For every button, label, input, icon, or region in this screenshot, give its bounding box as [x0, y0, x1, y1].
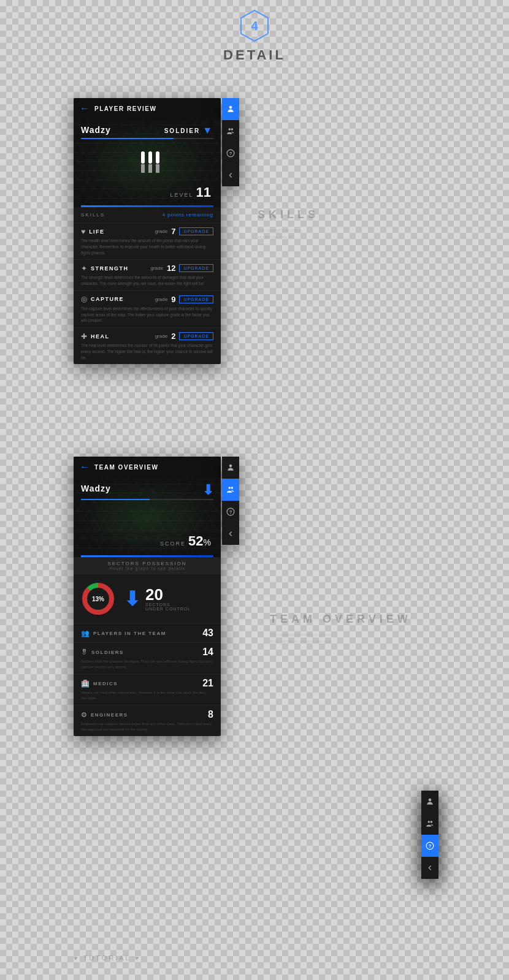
nav-team-top[interactable] [222, 120, 239, 142]
nav-help-top[interactable]: ? [222, 142, 239, 164]
strength-upgrade-button[interactable]: upgrade [179, 264, 213, 272]
tutorial-label: ♥ TUTORIAL ♥ [74, 954, 140, 962]
strength-label: STRENGTH [91, 265, 129, 272]
ammo-icon [135, 148, 159, 179]
nav-back-bottom[interactable] [222, 523, 239, 545]
level-number: 11 [196, 184, 211, 200]
bg-skills-text: unit damage sect low w ser ent jan abor … [258, 227, 380, 248]
engineers-value: 8 [208, 709, 213, 720]
skill-capture: ◎ CAPTURE grade 9 upgrade The capture le… [74, 291, 221, 327]
question-icon-3: ? [426, 841, 434, 850]
group-icon-3 [426, 819, 434, 828]
capture-label: CAPTURE [91, 296, 124, 302]
team-v-logo: ⬇ [202, 484, 213, 497]
nav-team-bottom[interactable] [222, 479, 239, 501]
heal-grade-label: grade [155, 333, 167, 339]
hover-hint: Hover the graph to see details [81, 566, 213, 571]
possession-area: 13% ⬇ 20 SECTORSUNDER CONTROL [74, 574, 221, 623]
svg-text:4: 4 [251, 19, 258, 32]
nav-player-top[interactable] [222, 98, 239, 120]
svg-point-9 [229, 128, 231, 131]
score-suffix: % [204, 537, 211, 547]
sectors-header: SECTORS POSSESSION Hover the graph to se… [74, 557, 221, 574]
score-label: Score [160, 541, 186, 547]
team-card-header: ← TEAM OVERVIEW [74, 457, 221, 477]
sectors-sublabel: SECTORSUNDER CONTROL [145, 602, 191, 611]
svg-point-21 [429, 799, 432, 802]
medics-value: 21 [202, 678, 213, 689]
player-level-row: Level 11 [81, 184, 213, 205]
player-card: ← PLAYER REVIEW Wadzy SOLDIER ▼ [74, 98, 221, 364]
heal-upgrade-button[interactable]: upgrade [179, 332, 213, 340]
skills-header: SKILLS 4 points remaining [74, 207, 221, 222]
team-hero-spacer [81, 500, 213, 531]
question-icon: ? [226, 149, 235, 158]
svg-point-16 [229, 465, 232, 468]
svg-text:?: ? [429, 843, 432, 849]
bottom-panel-nav: ? [222, 457, 239, 545]
svg-rect-3 [148, 151, 152, 164]
players-label: PLAYERS IN THE TEAM [93, 631, 166, 636]
heal-icon: ✚ [81, 332, 87, 341]
team-overview-title: TEAM OVERVIEW [94, 464, 158, 471]
group-icon-2 [226, 485, 235, 494]
capture-grade-label: grade [155, 297, 167, 302]
capture-upgrade-button[interactable]: upgrade [179, 295, 213, 303]
soldiers-description: Soldiers deal the greatest damages. They… [74, 659, 221, 674]
nav-back-top[interactable] [222, 164, 239, 186]
svg-rect-6 [148, 164, 152, 173]
svg-point-10 [231, 128, 234, 131]
score-number: 52 [188, 533, 203, 549]
group-icon [226, 127, 235, 135]
svg-point-23 [431, 821, 433, 823]
skill-life: ♥ LIFE grade 7 upgrade The health level … [74, 222, 221, 259]
life-grade-label: grade [155, 229, 167, 234]
standalone-nav-help[interactable]: ? [421, 835, 438, 857]
soldiers-icon: 🎖 [81, 648, 88, 656]
chevron-left-icon [226, 171, 235, 180]
sectors-header-label: SECTORS POSSESSION [81, 561, 213, 566]
svg-point-17 [229, 487, 231, 489]
heart-icon-2: ♥ [135, 954, 141, 962]
heart-icon: ♥ [74, 954, 80, 962]
life-grade-value: 7 [171, 227, 175, 236]
back-icon[interactable]: ← [80, 103, 90, 114]
team-stat-players: 👥 PLAYERS IN THE TEAM 43 [74, 623, 221, 642]
sectors-v-logo: ⬇ [124, 589, 140, 609]
question-icon-2: ? [226, 507, 235, 516]
skills-points: 4 points remaining [163, 212, 213, 218]
person-icon [226, 105, 235, 113]
team-back-icon[interactable]: ← [80, 462, 90, 473]
svg-rect-2 [141, 151, 145, 164]
medics-description: Medics can heal other teammates. However… [74, 690, 221, 705]
players-value: 43 [202, 628, 213, 639]
sectors-count-group: 20 SECTORSUNDER CONTROL [145, 587, 191, 611]
team-score-bar [81, 499, 213, 500]
life-upgrade-button[interactable]: upgrade [179, 227, 213, 235]
nav-player-bottom[interactable] [222, 457, 239, 479]
life-label: LIFE [89, 229, 105, 235]
standalone-nav-back[interactable] [421, 857, 438, 879]
donut-chart: 13% [81, 582, 115, 616]
top-panel-nav: ? [222, 98, 239, 186]
team-bottom-bar [81, 555, 213, 557]
capture-icon: ◎ [81, 295, 87, 303]
team-hero-area: Wadzy ⬇ Score 52 % [74, 477, 221, 557]
soldier-icon: ▼ [202, 125, 213, 136]
strength-icon: ✦ [81, 264, 87, 273]
capture-grade-value: 9 [171, 295, 175, 304]
heal-label: HEAL [91, 333, 110, 340]
page-header: 4 DETAIL [0, 0, 509, 63]
svg-rect-7 [156, 164, 159, 173]
soldiers-value: 14 [202, 647, 213, 658]
standalone-nav-team[interactable] [421, 813, 438, 835]
skill-heal: ✚ HEAL grade 2 upgrade The heal level de… [74, 327, 221, 364]
bg-team-text: This overview will tell you of you team … [270, 631, 392, 645]
hero-area: Wadzy SOLDIER ▼ [74, 119, 221, 207]
skill-strength: ✦ STRENGTH grade 12 upgrade The strength… [74, 259, 221, 291]
sectors-info: ⬇ 20 SECTORSUNDER CONTROL [124, 587, 191, 611]
standalone-nav-player[interactable] [421, 791, 438, 813]
engineers-label: ENGINEERS [91, 712, 128, 718]
strength-grade-label: grade [150, 265, 163, 271]
nav-help-bottom[interactable]: ? [222, 501, 239, 523]
